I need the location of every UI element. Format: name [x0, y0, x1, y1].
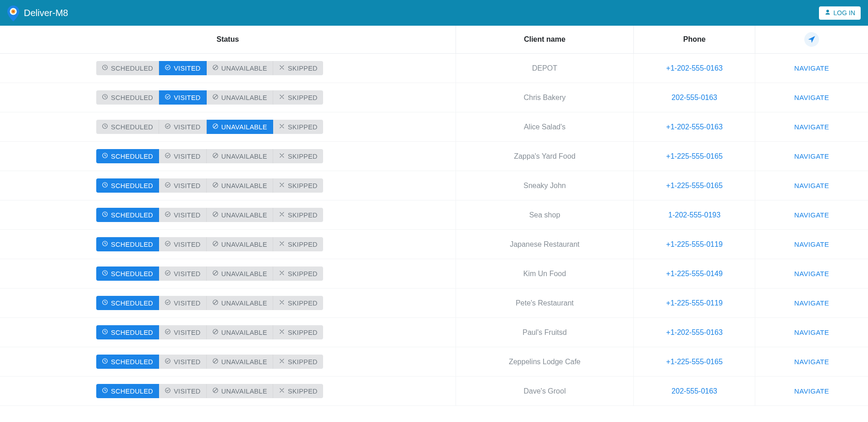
brand[interactable]: Deliver-M8: [7, 6, 68, 20]
phone-link[interactable]: 202-555-0163: [671, 387, 717, 395]
navigate-link[interactable]: NAVIGATE: [794, 182, 829, 189]
status-visited-button[interactable]: VISITED: [159, 61, 207, 75]
status-unavailable-button[interactable]: UNAVAILABLE: [207, 325, 273, 339]
status-unavailable-button[interactable]: UNAVAILABLE: [207, 355, 273, 369]
status-scheduled-button[interactable]: SCHEDULED: [96, 208, 159, 222]
phone-link[interactable]: +1-225-555-0149: [666, 270, 723, 278]
status-unavailable-button[interactable]: UNAVAILABLE: [207, 208, 273, 222]
check-circle-icon: [165, 64, 171, 72]
table-row: SCHEDULEDVISITEDUNAVAILABLESKIPPEDZappa'…: [0, 142, 868, 171]
navigate-link[interactable]: NAVIGATE: [794, 152, 829, 160]
status-unavailable-button[interactable]: UNAVAILABLE: [207, 237, 273, 251]
navigate-link[interactable]: NAVIGATE: [794, 94, 829, 101]
status-visited-button[interactable]: VISITED: [159, 90, 207, 105]
status-toggle-group: SCHEDULEDVISITEDUNAVAILABLESKIPPED: [96, 237, 323, 251]
status-cell: SCHEDULEDVISITEDUNAVAILABLESKIPPED: [0, 347, 456, 377]
phone-link[interactable]: +1-202-555-0163: [666, 328, 723, 336]
status-scheduled-button[interactable]: SCHEDULED: [96, 120, 159, 134]
status-unavailable-button[interactable]: UNAVAILABLE: [207, 384, 273, 398]
status-skipped-button[interactable]: SKIPPED: [273, 178, 323, 193]
status-visited-button[interactable]: VISITED: [159, 296, 207, 310]
status-visited-button[interactable]: VISITED: [159, 384, 207, 398]
status-scheduled-button[interactable]: SCHEDULED: [96, 178, 159, 193]
navigate-link[interactable]: NAVIGATE: [794, 299, 829, 307]
phone-link[interactable]: 202-555-0163: [671, 94, 717, 101]
status-unavailable-button[interactable]: UNAVAILABLE: [207, 61, 273, 75]
status-toggle-group: SCHEDULEDVISITEDUNAVAILABLESKIPPED: [96, 149, 323, 163]
ban-icon: [212, 358, 219, 366]
login-button[interactable]: LOG IN: [819, 6, 861, 20]
check-circle-icon: [165, 211, 171, 219]
status-visited-button[interactable]: VISITED: [159, 208, 207, 222]
table-row: SCHEDULEDVISITEDUNAVAILABLESKIPPEDPaul's…: [0, 318, 868, 347]
status-skipped-button[interactable]: SKIPPED: [273, 208, 323, 222]
status-unavailable-button[interactable]: UNAVAILABLE: [207, 120, 273, 134]
status-toggle-group: SCHEDULEDVISITEDUNAVAILABLESKIPPED: [96, 90, 323, 105]
status-cell: SCHEDULEDVISITEDUNAVAILABLESKIPPED: [0, 230, 456, 259]
status-unavailable-button[interactable]: UNAVAILABLE: [207, 149, 273, 163]
status-visited-button[interactable]: VISITED: [159, 120, 207, 134]
phone-link[interactable]: +1-225-555-0165: [666, 182, 723, 189]
status-skipped-button[interactable]: SKIPPED: [273, 61, 323, 75]
phone-link[interactable]: +1-202-555-0163: [666, 64, 723, 72]
status-visited-button[interactable]: VISITED: [159, 178, 207, 193]
client-name: Dave's Grool: [456, 377, 633, 406]
phone-link[interactable]: +1-225-555-0119: [666, 299, 723, 307]
navigate-link[interactable]: NAVIGATE: [794, 387, 829, 395]
status-skipped-button[interactable]: SKIPPED: [273, 384, 323, 398]
status-skipped-button[interactable]: SKIPPED: [273, 149, 323, 163]
navigate-link[interactable]: NAVIGATE: [794, 64, 829, 72]
phone-link[interactable]: +1-202-555-0163: [666, 123, 723, 131]
skip-icon: [279, 182, 285, 189]
status-scheduled-button[interactable]: SCHEDULED: [96, 267, 159, 281]
status-visited-button[interactable]: VISITED: [159, 149, 207, 163]
status-scheduled-button[interactable]: SCHEDULED: [96, 355, 159, 369]
skip-icon: [279, 152, 285, 160]
navigate-link[interactable]: NAVIGATE: [794, 358, 829, 366]
status-unavailable-button[interactable]: UNAVAILABLE: [207, 178, 273, 193]
status-label: SKIPPED: [288, 358, 318, 366]
status-visited-button[interactable]: VISITED: [159, 355, 207, 369]
navigate-link[interactable]: NAVIGATE: [794, 328, 829, 336]
phone-link[interactable]: +1-225-555-0165: [666, 152, 723, 160]
status-unavailable-button[interactable]: UNAVAILABLE: [207, 90, 273, 105]
status-label: UNAVAILABLE: [221, 329, 267, 336]
status-unavailable-button[interactable]: UNAVAILABLE: [207, 296, 273, 310]
status-visited-button[interactable]: VISITED: [159, 325, 207, 339]
status-unavailable-button[interactable]: UNAVAILABLE: [207, 267, 273, 281]
clock-icon: [102, 94, 108, 101]
status-scheduled-button[interactable]: SCHEDULED: [96, 296, 159, 310]
status-skipped-button[interactable]: SKIPPED: [273, 296, 323, 310]
status-scheduled-button[interactable]: SCHEDULED: [96, 384, 159, 398]
ban-icon: [212, 123, 219, 131]
navigate-link[interactable]: NAVIGATE: [794, 270, 829, 278]
status-label: UNAVAILABLE: [221, 388, 267, 395]
phone-link[interactable]: +1-225-555-0119: [666, 240, 723, 248]
check-circle-icon: [165, 299, 171, 307]
navigate-cell: NAVIGATE: [755, 377, 868, 406]
navigate-link[interactable]: NAVIGATE: [794, 123, 829, 131]
status-label: VISITED: [174, 241, 201, 248]
status-visited-button[interactable]: VISITED: [159, 267, 207, 281]
navigate-link[interactable]: NAVIGATE: [794, 211, 829, 219]
status-scheduled-button[interactable]: SCHEDULED: [96, 237, 159, 251]
status-scheduled-button[interactable]: SCHEDULED: [96, 325, 159, 339]
navigate-icon: [804, 32, 819, 47]
navigate-link[interactable]: NAVIGATE: [794, 240, 829, 248]
status-skipped-button[interactable]: SKIPPED: [273, 355, 323, 369]
status-label: VISITED: [174, 65, 201, 72]
status-skipped-button[interactable]: SKIPPED: [273, 120, 323, 134]
status-skipped-button[interactable]: SKIPPED: [273, 325, 323, 339]
navigate-cell: NAVIGATE: [755, 318, 868, 347]
status-scheduled-button[interactable]: SCHEDULED: [96, 61, 159, 75]
status-scheduled-button[interactable]: SCHEDULED: [96, 149, 159, 163]
phone-cell: 202-555-0163: [634, 377, 755, 406]
status-scheduled-button[interactable]: SCHEDULED: [96, 90, 159, 105]
phone-link[interactable]: +1-225-555-0165: [666, 358, 723, 366]
status-visited-button[interactable]: VISITED: [159, 237, 207, 251]
skip-icon: [279, 270, 285, 278]
status-skipped-button[interactable]: SKIPPED: [273, 90, 323, 105]
status-skipped-button[interactable]: SKIPPED: [273, 237, 323, 251]
phone-link[interactable]: 1-202-555-0193: [668, 211, 720, 219]
status-skipped-button[interactable]: SKIPPED: [273, 267, 323, 281]
